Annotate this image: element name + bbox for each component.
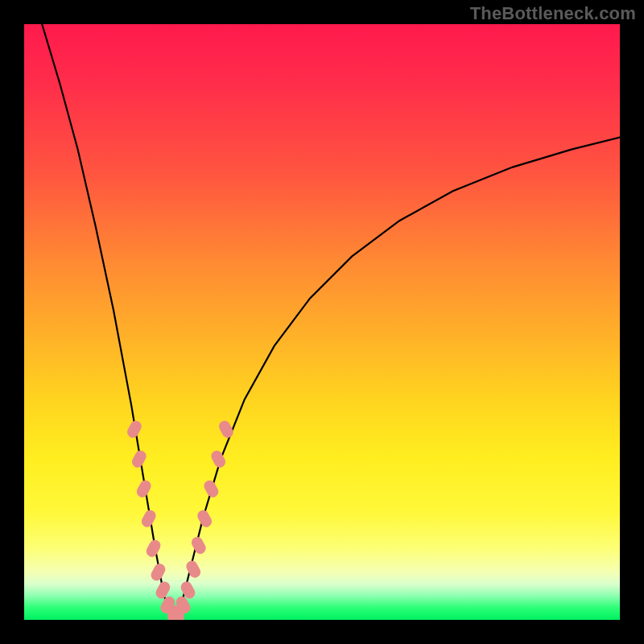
marker — [139, 508, 158, 529]
marker — [196, 508, 214, 529]
chart-svg — [24, 24, 620, 620]
marker — [126, 419, 144, 440]
marker — [184, 559, 203, 580]
marker — [209, 448, 228, 469]
marker — [202, 478, 221, 499]
marker — [134, 478, 153, 499]
bottleneck-curve — [42, 24, 620, 620]
chart-frame: TheBottleneck.com — [0, 0, 644, 644]
marker — [189, 535, 208, 556]
bottleneck-curve-group — [42, 24, 620, 620]
marker — [144, 538, 163, 559]
marker — [149, 562, 167, 583]
plot-area — [24, 24, 620, 620]
marker-cluster — [126, 419, 236, 620]
watermark-text: TheBottleneck.com — [470, 3, 636, 24]
marker — [130, 448, 148, 469]
